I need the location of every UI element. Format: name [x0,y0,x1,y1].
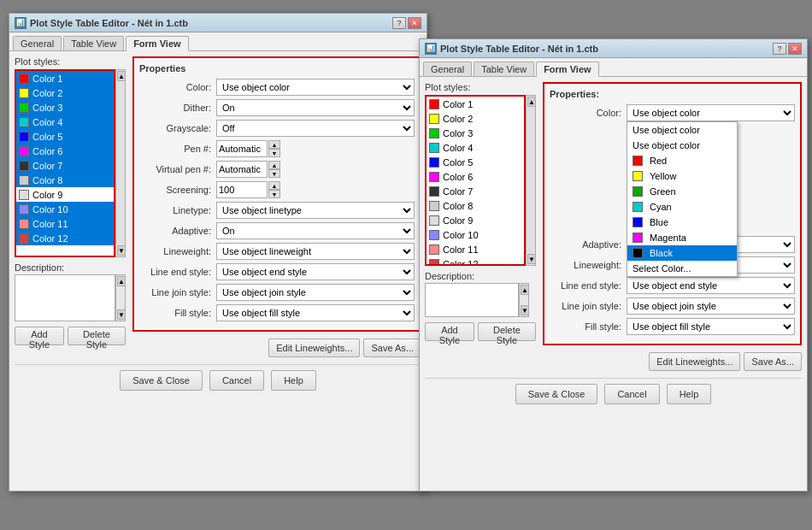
style-item-w2-8[interactable]: Color 8 [427,198,524,213]
scroll-down-2[interactable]: ▼ [527,254,536,264]
style-item-1[interactable]: Color 1 [16,71,114,85]
style-item-w2-12[interactable]: Color 12 [427,256,524,266]
linejoin-select-1[interactable]: Use object join style [216,284,415,301]
help-btn-2[interactable]: ? [773,43,786,55]
color-select-2[interactable]: Use object color [627,104,795,121]
styles-list-2[interactable]: Color 1 Color 2 Color 3 Color 4 [425,95,526,266]
lineend-select-2[interactable]: Use object end style [627,277,795,294]
tab-general-1[interactable]: General [13,36,62,50]
style-item-4[interactable]: Color 4 [16,115,114,129]
fill-select-2[interactable]: Use object fill style [627,318,795,335]
scroll-down-1[interactable]: ▼ [117,245,126,256]
grayscale-select-1[interactable]: Off [216,120,415,137]
style-item-w2-7[interactable]: Color 7 [427,184,524,198]
save-close-btn-1[interactable]: Save & Close [120,370,203,391]
save-as-btn-2[interactable]: Save As... [744,352,802,371]
style-item-w2-11[interactable]: Color 11 [427,242,524,256]
color-swatch-8 [19,175,29,186]
style-item-6[interactable]: Color 6 [16,144,114,158]
linejoin-select-2[interactable]: Use object join style [627,297,795,315]
dropdown-item-red[interactable]: Red [627,153,737,168]
styles-list-1[interactable]: Color 1 Color 2 Color 3 Color 4 [15,69,115,257]
style-item-w2-5[interactable]: Color 5 [427,155,524,169]
virtualpen-down[interactable]: ▼ [268,169,280,178]
dropdown-item-cyan[interactable]: Cyan [627,199,737,215]
style-item-w2-3[interactable]: Color 3 [427,126,524,140]
tab-formview-1[interactable]: Form View [126,36,188,51]
delete-style-btn-1[interactable]: Delete Style [68,327,126,345]
dropdown-item-selectcolor[interactable]: Select Color... [627,261,737,276]
style-item-7[interactable]: Color 7 [16,158,114,173]
edit-lineweights-btn-1[interactable]: Edit Lineweights... [268,339,360,357]
main-layout-1: Plot styles: Color 1 Color 2 [15,56,421,357]
tab-tableview-2[interactable]: Table View [474,62,534,76]
pen-down[interactable]: ▼ [268,149,280,157]
add-style-btn-2[interactable]: Add Style [425,322,474,341]
style-item-w2-2[interactable]: Color 2 [427,111,524,126]
style-item-10[interactable]: Color 10 [16,202,114,216]
edit-lineweights-btn-2[interactable]: Edit Lineweights... [649,352,740,371]
style-item-w2-4[interactable]: Color 4 [427,140,524,155]
virtualpen-up[interactable]: ▲ [268,161,280,169]
dropdown-item-yellow[interactable]: Yellow [627,168,737,184]
screening-input-1[interactable] [216,181,268,198]
linetype-select-1[interactable]: Use object linetype [216,202,415,219]
tab-tableview-1[interactable]: Table View [63,36,124,50]
color-dropdown-overlay[interactable]: Use object color Use object color Red [627,121,738,277]
desc-scrollbar-1[interactable]: ▲ ▼ [115,274,126,321]
screening-up[interactable]: ▲ [268,181,280,190]
style-item-12[interactable]: Color 12 [16,231,114,245]
help-button-1[interactable]: Help [271,370,316,391]
lineweight-select-1[interactable]: Use object lineweight [216,243,415,260]
pen-up[interactable]: ▲ [268,140,280,149]
fill-select-1[interactable]: Use object fill style [216,304,415,321]
dropdown-item-black[interactable]: Black [627,245,737,261]
dropdown-item-blue[interactable]: Blue [627,215,737,230]
tab-general-2[interactable]: General [423,62,472,76]
description-input-1[interactable] [15,274,115,321]
desc-scroll-up[interactable]: ▲ [117,276,126,286]
style-item-w2-6[interactable]: Color 6 [427,169,524,184]
style-item-w2-9[interactable]: Color 9 [427,213,524,227]
help-btn-1[interactable]: ? [392,17,406,29]
tab-formview-2[interactable]: Form View [536,62,598,77]
save-as-btn-1[interactable]: Save As... [363,339,421,357]
style-item-8[interactable]: Color 8 [16,173,114,187]
virtualpen-input-1[interactable] [216,161,268,178]
style-item-5[interactable]: Color 5 [16,129,114,144]
pen-input-1[interactable] [216,140,268,157]
dropdown-item-useobj1[interactable]: Use object color [627,122,737,138]
description-input-2[interactable] [425,283,519,317]
scrollbar-2[interactable]: ▲ ▼ [526,95,536,266]
screening-down[interactable]: ▼ [268,190,280,198]
style-item-9[interactable]: Color 9 [16,187,114,202]
desc-scroll-down-2[interactable]: ▼ [521,305,529,315]
bottom-buttons-2: Save & Close Cancel Help [425,378,802,409]
style-item-w2-1[interactable]: Color 1 [427,97,524,111]
help-button-2[interactable]: Help [667,384,712,404]
delete-style-btn-2[interactable]: Delete Style [478,322,536,341]
cancel-btn-1[interactable]: Cancel [209,370,264,391]
style-item-11[interactable]: Color 11 [16,216,114,231]
add-style-btn-1[interactable]: Add Style [15,327,64,345]
adaptive-select-1[interactable]: On [216,222,415,239]
style-item-w2-10[interactable]: Color 10 [427,227,524,242]
lineend-select-1[interactable]: Use object end style [216,263,415,280]
dropdown-item-green[interactable]: Green [627,184,737,199]
desc-scrollbar-2[interactable]: ▲ ▼ [519,283,529,317]
scroll-up-1[interactable]: ▲ [117,71,126,81]
color-select-1[interactable]: Use object color [216,79,415,96]
cancel-btn-2[interactable]: Cancel [604,384,659,404]
desc-scroll-down[interactable]: ▼ [117,309,126,320]
close-btn-1[interactable]: ✕ [408,17,421,29]
dropdown-item-useobj2[interactable]: Use object color [627,138,737,153]
close-btn-2[interactable]: ✕ [788,43,802,55]
save-close-btn-2[interactable]: Save & Close [515,384,598,404]
dither-select-1[interactable]: On [216,99,415,116]
style-item-3[interactable]: Color 3 [16,100,114,115]
desc-scroll-up-2[interactable]: ▲ [521,285,529,295]
dropdown-item-magenta[interactable]: Magenta [627,230,737,245]
style-item-2[interactable]: Color 2 [16,85,114,100]
scroll-up-2[interactable]: ▲ [527,97,536,107]
scrollbar-1[interactable]: ▲ ▼ [115,69,126,257]
